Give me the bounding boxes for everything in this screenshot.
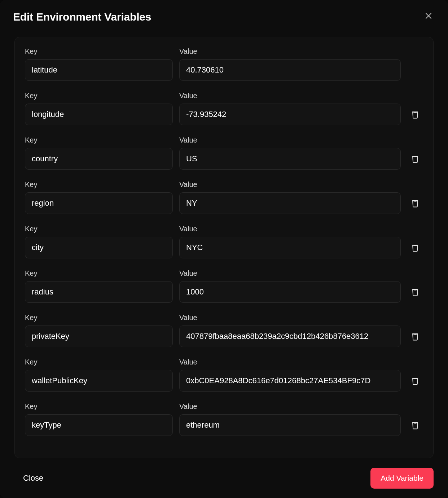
key-column-label: Key: [25, 47, 173, 56]
delete-row-button[interactable]: [407, 195, 423, 211]
env-key-input[interactable]: [25, 237, 173, 258]
env-value-input[interactable]: [179, 104, 401, 125]
delete-row-button[interactable]: [407, 284, 423, 300]
env-var-row: KeyValue: [25, 47, 423, 81]
trash-icon: [410, 198, 420, 208]
close-icon-button[interactable]: [423, 11, 434, 21]
env-value-input[interactable]: [179, 148, 401, 170]
modal-footer: Close Add Variable: [0, 458, 448, 498]
env-value-input[interactable]: [179, 237, 401, 258]
env-var-row: KeyValue: [25, 180, 423, 214]
delete-row-button[interactable]: [407, 328, 423, 344]
trash-icon: [410, 420, 420, 430]
env-var-row: KeyValue: [25, 92, 423, 125]
trash-icon: [410, 109, 420, 119]
trash-icon: [410, 287, 420, 297]
env-key-input[interactable]: [25, 148, 173, 170]
key-column-label: Key: [25, 92, 173, 100]
env-var-row: KeyValue: [25, 225, 423, 258]
delete-row-button[interactable]: [407, 373, 423, 389]
env-var-row: KeyValue: [25, 402, 423, 436]
env-var-row: KeyValue: [25, 358, 423, 392]
modal-header: Edit Environment Variables: [0, 0, 448, 27]
value-column-label: Value: [179, 402, 423, 411]
env-var-row: KeyValue: [25, 269, 423, 303]
delete-row-button[interactable]: [407, 151, 423, 167]
value-column-label: Value: [179, 47, 423, 56]
trash-icon: [410, 243, 420, 253]
close-button[interactable]: Close: [23, 473, 43, 483]
env-value-input[interactable]: [179, 326, 401, 347]
key-column-label: Key: [25, 136, 173, 144]
key-column-label: Key: [25, 269, 173, 278]
env-var-row: KeyValue: [25, 314, 423, 347]
modal-title: Edit Environment Variables: [13, 11, 151, 23]
add-variable-button[interactable]: Add Variable: [370, 468, 434, 489]
value-column-label: Value: [179, 269, 423, 278]
env-value-input[interactable]: [179, 370, 401, 392]
value-column-label: Value: [179, 314, 423, 322]
env-var-row: KeyValue: [25, 136, 423, 170]
delete-row-button[interactable]: [407, 417, 423, 433]
key-column-label: Key: [25, 402, 173, 411]
value-column-label: Value: [179, 92, 423, 100]
key-column-label: Key: [25, 314, 173, 322]
value-column-label: Value: [179, 136, 423, 144]
value-column-label: Value: [179, 180, 423, 189]
key-column-label: Key: [25, 180, 173, 189]
trash-icon: [410, 331, 420, 341]
delete-row-button[interactable]: [407, 240, 423, 255]
env-key-input[interactable]: [25, 59, 173, 81]
edit-env-vars-modal: Edit Environment Variables KeyValueKeyVa…: [0, 0, 448, 498]
trash-icon: [410, 376, 420, 386]
key-column-label: Key: [25, 358, 173, 366]
env-value-input[interactable]: [179, 59, 401, 81]
env-key-input[interactable]: [25, 281, 173, 303]
env-value-input[interactable]: [179, 414, 401, 436]
env-key-input[interactable]: [25, 192, 173, 214]
key-column-label: Key: [25, 225, 173, 233]
env-value-input[interactable]: [179, 281, 401, 303]
env-value-input[interactable]: [179, 192, 401, 214]
value-column-label: Value: [179, 358, 423, 366]
env-key-input[interactable]: [25, 414, 173, 436]
value-column-label: Value: [179, 225, 423, 233]
delete-spacer: [407, 62, 423, 78]
env-key-input[interactable]: [25, 370, 173, 392]
close-icon: [425, 13, 432, 19]
env-key-input[interactable]: [25, 104, 173, 125]
env-key-input[interactable]: [25, 326, 173, 347]
delete-row-button[interactable]: [407, 106, 423, 122]
env-vars-panel: KeyValueKeyValue KeyValue KeyValue KeyVa…: [14, 37, 434, 458]
trash-icon: [410, 154, 420, 164]
